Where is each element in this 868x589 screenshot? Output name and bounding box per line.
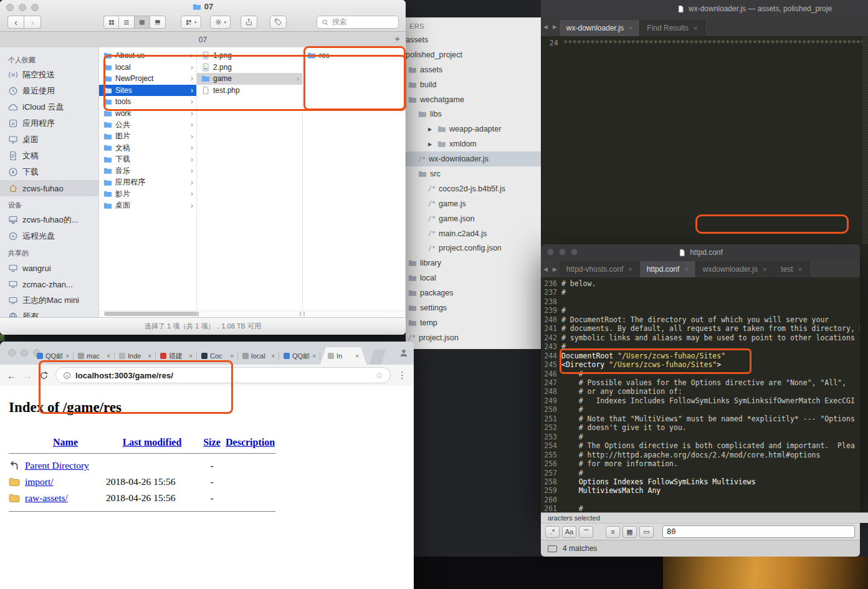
group-button[interactable]: ▾	[181, 16, 201, 29]
page-info-icon[interactable]	[63, 371, 71, 380]
tree-item[interactable]: assets	[406, 62, 541, 77]
new-tab-button[interactable]	[370, 350, 386, 365]
tree-item[interactable]: temp	[406, 315, 541, 330]
column-resize-handle[interactable]	[194, 312, 199, 317]
scrollbar-thumb[interactable]	[104, 312, 198, 316]
forward-button[interactable]: ›	[24, 16, 41, 29]
tree-item[interactable]: assets	[406, 32, 541, 47]
finder-sidebar[interactable]: 个人收藏隔空投送最近使用iCloud 云盘A应用程序桌面文稿下载zcws-fuh…	[0, 47, 99, 318]
column-resize-handle[interactable]	[300, 312, 305, 317]
new-tab-button[interactable]: +	[394, 33, 400, 44]
file-item[interactable]: test.php	[197, 85, 302, 97]
gallery-view-button[interactable]	[150, 16, 166, 29]
browser-tab[interactable]: Coc×	[197, 347, 238, 365]
sidebar-item[interactable]: wangrui	[0, 260, 98, 276]
tree-item[interactable]: /*game.js	[406, 196, 541, 211]
address-bar[interactable]: localhost:3003/game/res/ ☆	[55, 367, 391, 383]
sidebar-item[interactable]: 远程光盘	[0, 228, 98, 244]
close-tab-icon[interactable]: ×	[312, 353, 316, 360]
tree-item[interactable]: /*cocos2d-js.b4b5f.js	[406, 181, 541, 196]
find-input[interactable]: 80	[662, 525, 855, 538]
find-option-button[interactable]: ▦	[622, 526, 637, 538]
file-item[interactable]: Sites›	[99, 85, 196, 97]
file-item[interactable]: 图片›	[99, 131, 196, 143]
file-item[interactable]: About us›	[99, 50, 196, 62]
code-editor[interactable]: 236# below.237#238239#240# DocumentRoot:…	[541, 277, 860, 512]
file-item[interactable]: local›	[99, 62, 196, 74]
tree-item[interactable]: ▶xmldom	[406, 136, 541, 151]
file-item[interactable]: tools›	[99, 96, 196, 108]
tree-item[interactable]: /*game.json	[406, 211, 541, 226]
share-button[interactable]	[241, 16, 257, 29]
tab-scroll-right-icon[interactable]: ▶	[550, 24, 560, 30]
tree-item[interactable]: packages	[406, 285, 541, 300]
find-option-button[interactable]: ≡	[606, 526, 620, 538]
close-tab-icon[interactable]: ×	[763, 266, 766, 273]
file-item[interactable]: 文稿›	[99, 142, 196, 154]
file-item[interactable]: 公共›	[99, 119, 196, 131]
icon-view-button[interactable]	[103, 16, 119, 29]
finder-window[interactable]: 07 ‹ › ▾ ▾ 搜索 07 + 个人收藏隔	[0, 0, 406, 335]
browser-tab[interactable]: 搭建×	[156, 347, 197, 365]
close-tab-icon[interactable]: ×	[629, 24, 632, 32]
close-window-button[interactable]	[8, 349, 16, 357]
find-option-button[interactable]: “”	[579, 526, 593, 538]
file-item[interactable]: 影片›	[99, 188, 196, 200]
menu-dots-icon[interactable]: ⋮	[398, 370, 407, 381]
close-tab-icon[interactable]: ×	[355, 353, 359, 360]
close-tab-icon[interactable]: ×	[107, 353, 110, 360]
browser-tab[interactable]: QQ邮×	[32, 347, 74, 365]
file-item[interactable]: 应用程序›	[99, 177, 196, 189]
minimap[interactable]	[862, 36, 868, 244]
find-option-button[interactable]: ▭	[639, 526, 654, 538]
file-item[interactable]: 2.png	[197, 62, 302, 74]
tree-item[interactable]: polished_project	[406, 47, 541, 62]
tree-item[interactable]: ▶weapp-adapter	[406, 122, 541, 136]
back-button[interactable]: ‹	[7, 16, 24, 29]
browser-tab[interactable]: mac×	[74, 347, 115, 365]
sort-modified-link[interactable]: Last modified	[106, 437, 198, 448]
finder-tab[interactable]: 07	[199, 36, 207, 44]
close-tab-icon[interactable]: ×	[148, 353, 151, 360]
chrome-window[interactable]: QQ邮×mac×Inde×搭建×Coc×local×QQ邮×In× ← → lo…	[0, 342, 414, 589]
file-link[interactable]: Parent Directory	[25, 460, 106, 471]
file-item[interactable]: 桌面›	[99, 200, 196, 212]
file-item[interactable]: 音乐›	[99, 165, 196, 177]
close-window-button[interactable]	[547, 249, 554, 256]
tab-scroll-left-icon[interactable]: ◀	[541, 24, 550, 30]
sublime-titlebar[interactable]: httpd.conf	[541, 244, 860, 261]
sort-description-link[interactable]: Description	[226, 437, 279, 448]
minimize-window-button[interactable]	[21, 349, 28, 357]
bookmark-star-icon[interactable]: ☆	[375, 370, 383, 380]
profile-icon[interactable]	[399, 348, 409, 358]
horizontal-scrollbar[interactable]	[99, 310, 405, 317]
close-tab-icon[interactable]: ×	[189, 353, 193, 360]
tree-item[interactable]: /*main.c2ad4.js	[406, 226, 541, 241]
editor-tab[interactable]: wxdownloader.js×	[696, 261, 775, 277]
search-input[interactable]: 搜索	[317, 16, 399, 29]
tab-scroll-right-icon[interactable]: ▶	[550, 266, 560, 272]
sidebar-item[interactable]: zcmac-zhan...	[0, 276, 98, 292]
file-item[interactable]: 1.png	[197, 50, 302, 62]
close-tab-icon[interactable]: ×	[271, 353, 275, 360]
tree-item[interactable]: /*project.config.json	[406, 241, 541, 256]
sidebar-item[interactable]: 王志的Mac mini	[0, 292, 98, 309]
column-view-button[interactable]	[135, 16, 150, 29]
sort-size-link[interactable]: Size	[198, 437, 226, 448]
file-item[interactable]: 下载›	[99, 154, 196, 166]
forward-button[interactable]: →	[23, 370, 32, 381]
sublime-window-httpd[interactable]: httpd.conf ◀▶httpd-vhosts.conf×httpd.con…	[541, 244, 860, 512]
editor-tab[interactable]: httpd-vhosts.conf×	[560, 261, 640, 277]
reload-button[interactable]	[39, 371, 49, 380]
find-option-button[interactable]: Aa	[562, 526, 576, 538]
tree-item[interactable]: local	[406, 271, 541, 285]
close-tab-icon[interactable]: ×	[65, 353, 69, 360]
sidebar-item[interactable]: 最近使用	[0, 83, 98, 99]
editor-tab[interactable]: Find Results×	[640, 20, 705, 36]
close-tab-icon[interactable]: ×	[798, 266, 802, 273]
browser-tab[interactable]: local×	[238, 347, 279, 365]
finder-titlebar[interactable]: 07 ‹ › ▾ ▾ 搜索	[0, 0, 406, 32]
minimize-window-button[interactable]	[559, 249, 566, 256]
sidebar-item[interactable]: 下载	[0, 164, 98, 180]
tree-item[interactable]: library	[406, 256, 541, 271]
